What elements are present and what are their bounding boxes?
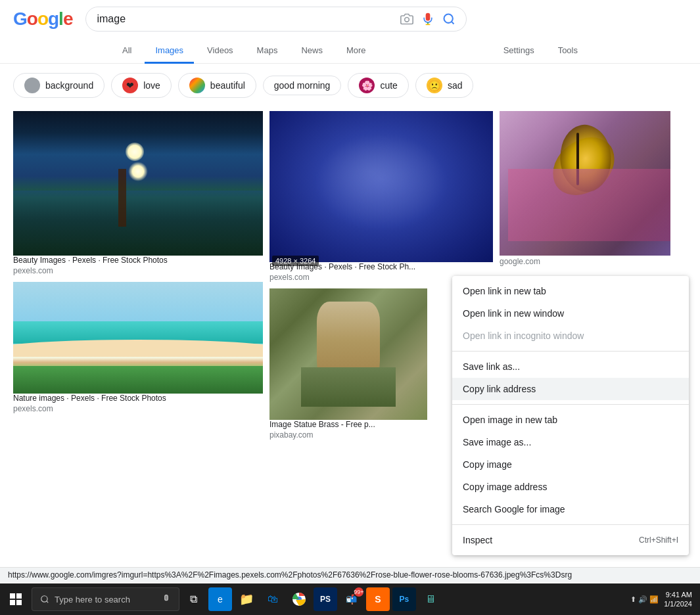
image-col-1: Beauty Images · Pexels · Free Stock Phot… xyxy=(13,111,263,440)
beach-image-title: Nature images · Pexels · Free Stock Phot… xyxy=(13,394,263,403)
context-copy-link[interactable]: Copy link address xyxy=(452,378,689,400)
context-save-image[interactable]: Save image as... xyxy=(452,431,689,453)
nav-item-images[interactable]: Images xyxy=(145,39,194,64)
taskbar-extra-app[interactable]: 🖥 xyxy=(419,587,442,611)
google-logo[interactable]: Google xyxy=(13,9,72,30)
taskbar-sublime[interactable]: S xyxy=(366,587,390,611)
taskbar-chrome[interactable] xyxy=(287,587,311,611)
camera-icon xyxy=(400,12,413,26)
svg-point-5 xyxy=(41,596,47,602)
rose-image xyxy=(269,111,493,262)
beach-image xyxy=(13,282,263,394)
image-item-rose[interactable]: 4928 × 3264 Beauty Images · Pexels · Fre… xyxy=(269,111,493,282)
chip-background[interactable]: background xyxy=(13,73,105,98)
chip-cute[interactable]: 🌸 cute xyxy=(348,73,408,98)
status-bar: https://www.google.com/imgres?imgurl=htt… xyxy=(0,567,700,582)
chip-cute-label: cute xyxy=(380,80,397,91)
windows-logo-icon xyxy=(10,593,22,605)
nav-item-all[interactable]: All xyxy=(112,39,142,64)
chip-sad-icon: 🙁 xyxy=(427,78,442,93)
tray-icons: ⬆ 🔊 📶 xyxy=(630,595,659,604)
nav-settings[interactable]: Settings xyxy=(493,39,545,64)
camera-search-button[interactable] xyxy=(400,12,413,26)
nav-item-more[interactable]: More xyxy=(336,39,377,64)
chip-love-label: love xyxy=(143,80,160,91)
lake-image-title: Beauty Images · Pexels · Free Stock Phot… xyxy=(13,256,263,265)
context-divider-2 xyxy=(452,404,689,405)
context-inspect-label: Inspect xyxy=(463,535,492,545)
chip-background-label: background xyxy=(45,80,93,91)
chip-sad-label: sad xyxy=(448,80,463,91)
taskbar: Type here to search ⧉ e 📁 🛍 PS 📬 99+ S P… xyxy=(0,583,700,615)
lake-image-source: pexels.com xyxy=(13,266,263,275)
chip-cute-icon: 🌸 xyxy=(359,78,375,93)
context-search-google-image[interactable]: Search Google for image xyxy=(452,498,689,520)
chip-beautiful-label: beautiful xyxy=(210,80,245,91)
nav-tools[interactable]: Tools xyxy=(548,39,588,64)
search-icon xyxy=(442,12,455,26)
context-copy-image[interactable]: Copy image xyxy=(452,453,689,476)
chip-good-morning-label: good morning xyxy=(274,80,331,91)
chip-love[interactable]: ❤ love xyxy=(111,73,172,98)
butterfly-image xyxy=(500,111,670,256)
navigation: All Images Videos Maps News More Setting… xyxy=(0,38,700,64)
context-inspect-shortcut: Ctrl+Shift+I xyxy=(639,535,678,545)
svg-point-0 xyxy=(405,18,409,22)
svg-line-6 xyxy=(47,601,49,603)
chip-sad[interactable]: 🙁 sad xyxy=(415,73,474,98)
butterfly-image-source: google.com xyxy=(500,257,670,266)
taskbar-task-view[interactable]: ⧉ xyxy=(182,587,206,611)
chip-beautiful-icon xyxy=(189,78,205,93)
context-open-new-window[interactable]: Open link in new window xyxy=(452,302,689,325)
svg-point-3 xyxy=(444,14,453,23)
taskbar-file-explorer[interactable]: 📁 xyxy=(235,587,258,611)
statue-image xyxy=(269,288,427,420)
search-chips: background ❤ love beautiful good morning… xyxy=(0,64,700,107)
context-divider-3 xyxy=(452,524,689,525)
image-item-lake[interactable]: Beauty Images · Pexels · Free Stock Phot… xyxy=(13,111,263,275)
status-url: https://www.google.com/imgres?imgurl=htt… xyxy=(8,570,572,580)
search-icons xyxy=(400,12,455,26)
taskbar-mic-icon xyxy=(162,595,171,604)
taskbar-store[interactable]: 🛍 xyxy=(261,587,285,611)
svg-line-4 xyxy=(452,22,454,24)
chrome-icon xyxy=(291,591,307,607)
start-button[interactable] xyxy=(3,586,29,612)
taskbar-badge-app[interactable]: 📬 99+ xyxy=(340,587,363,611)
search-bar xyxy=(85,7,467,32)
context-open-new-tab[interactable]: Open link in new tab xyxy=(452,280,689,302)
header: Google xyxy=(0,0,700,38)
lake-image xyxy=(13,111,263,256)
context-save-link[interactable]: Save link as... xyxy=(452,355,689,378)
nav-item-maps[interactable]: Maps xyxy=(246,39,289,64)
chip-background-icon xyxy=(24,78,40,93)
taskbar-powershell[interactable]: PS xyxy=(314,587,337,611)
taskbar-photoshop[interactable]: Ps xyxy=(392,587,416,611)
search-input[interactable] xyxy=(97,13,394,25)
context-open-incognito[interactable]: Open link in incognito window xyxy=(452,325,689,347)
microphone-icon xyxy=(421,12,434,26)
taskbar-search-icon xyxy=(40,595,49,604)
context-divider-1 xyxy=(452,351,689,352)
search-button[interactable] xyxy=(442,12,455,26)
beach-image-source: pexels.com xyxy=(13,404,263,413)
context-inspect[interactable]: Inspect Ctrl+Shift+I xyxy=(452,529,689,551)
chip-beautiful[interactable]: beautiful xyxy=(178,73,256,98)
context-copy-image-address[interactable]: Copy image address xyxy=(452,476,689,498)
image-item-beach[interactable]: Nature images · Pexels · Free Stock Phot… xyxy=(13,282,263,413)
nav-item-news[interactable]: News xyxy=(291,39,333,64)
clock: 9:41 AM 1/1/2024 xyxy=(664,590,692,609)
voice-search-button[interactable] xyxy=(421,12,434,26)
chip-good-morning[interactable]: good morning xyxy=(263,76,342,95)
nav-item-videos[interactable]: Videos xyxy=(197,39,244,64)
taskbar-search-text: Type here to search xyxy=(55,595,130,604)
system-tray: ⬆ 🔊 📶 9:41 AM 1/1/2024 xyxy=(630,590,697,609)
nav-right: Settings Tools xyxy=(493,38,588,63)
context-menu: Open link in new tab Open link in new wi… xyxy=(452,276,689,555)
taskbar-search[interactable]: Type here to search xyxy=(32,587,179,611)
context-open-image-new-tab[interactable]: Open image in new tab xyxy=(452,409,689,431)
taskbar-edge[interactable]: e xyxy=(208,587,232,611)
image-item-butterfly[interactable]: google.com xyxy=(500,111,670,266)
rose-badge: 4928 × 3264 xyxy=(272,256,319,266)
chip-love-icon: ❤ xyxy=(122,78,138,93)
